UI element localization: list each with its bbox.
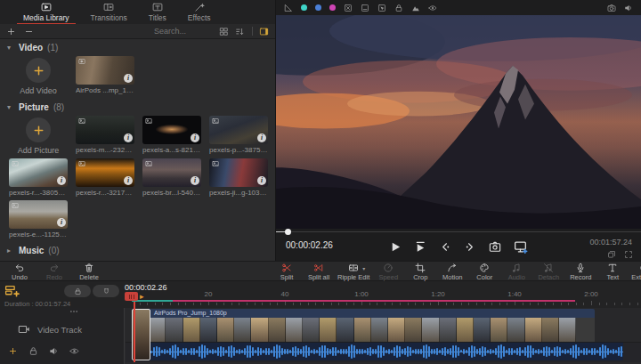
track-menu-icon[interactable] (68, 307, 80, 316)
box-line-icon[interactable] (361, 4, 369, 12)
media-thumbnail[interactable]: i (76, 56, 134, 85)
media-item[interactable]: ipexels-r...-3217363 (76, 158, 134, 197)
tab-titles[interactable]: Titles (138, 0, 177, 24)
media-thumbnail[interactable]: i (209, 116, 268, 144)
tool-speed[interactable]: Speed (373, 263, 403, 281)
next-frame-button[interactable] (464, 240, 477, 254)
tool-extractor[interactable]: Extractor (629, 263, 641, 281)
media-item[interactable]: ipexels-r...-3805688 (9, 158, 68, 197)
track-lock-icon[interactable] (28, 346, 38, 356)
video-editor-window: Media Library Transitions Titles Effects (0, 0, 641, 364)
info-icon[interactable]: i (124, 133, 133, 142)
tool-audio[interactable]: Audio (501, 263, 531, 281)
magenta-dot-icon[interactable] (329, 4, 336, 11)
box-x-icon[interactable] (344, 4, 353, 12)
tab-transitions[interactable]: Transitions (80, 0, 138, 24)
tab-effects[interactable]: Effects (177, 0, 222, 24)
tool-motion[interactable]: Motion (437, 263, 467, 281)
tool-text[interactable]: Text (597, 263, 628, 281)
lock-icon[interactable] (394, 4, 403, 12)
delete-button[interactable]: Delete (74, 263, 104, 281)
mountain-icon[interactable] (411, 4, 420, 12)
timeline-header: Duration : 00:01:57.24 00:00:02.26 20401… (0, 281, 641, 308)
grid-view-icon[interactable] (219, 27, 229, 36)
media-item[interactable]: ipexels-p...-3875821 (209, 116, 268, 155)
playhead-handle[interactable] (125, 292, 138, 301)
fit-screen-icon[interactable] (607, 250, 616, 259)
timeline-clip-audio[interactable] (132, 343, 623, 360)
tool-detach[interactable]: Detach (533, 263, 564, 281)
play-to-end-button[interactable] (414, 240, 427, 254)
sort-icon[interactable] (235, 27, 245, 36)
media-panel: Media Library Transitions Titles Effects (0, 0, 276, 261)
media-item-label: pexels-br...l-5409751 (142, 189, 201, 197)
info-icon[interactable]: i (191, 176, 199, 185)
media-thumbnail[interactable]: i (9, 200, 68, 229)
media-item[interactable]: ipexels-ji...g-1034664 (209, 158, 268, 197)
add-track-plus-icon[interactable] (8, 346, 18, 356)
section-header-music[interactable]: ▸Music(0) (0, 242, 275, 257)
tool-color[interactable]: Color (469, 263, 499, 281)
info-icon[interactable]: i (57, 218, 66, 227)
track-visibility-icon[interactable] (69, 346, 79, 356)
tab-media-library[interactable]: Media Library (12, 0, 80, 24)
search-input[interactable] (152, 26, 213, 36)
info-icon[interactable]: i (191, 133, 199, 142)
timeline-ruler[interactable]: 20401:001:201:402:00 (0, 281, 641, 308)
box-arrow-icon[interactable] (377, 4, 386, 12)
speed-icon (383, 263, 394, 273)
add-to-library-button[interactable] (514, 239, 529, 255)
edit-toolbar: Undo Redo Delete SplitSplit all▾Ripple E… (0, 261, 641, 281)
media-thumbnail[interactable]: i (76, 116, 134, 144)
info-icon[interactable]: i (57, 176, 66, 185)
transport-buttons (389, 239, 529, 255)
info-icon[interactable]: i (257, 133, 266, 142)
info-icon[interactable]: i (257, 176, 266, 185)
clip-poster-frame[interactable] (132, 309, 150, 360)
media-item[interactable]: ipexels-e...-1125359 (9, 200, 68, 239)
info-icon[interactable]: i (124, 176, 133, 185)
camera-icon[interactable] (607, 4, 616, 12)
add-video-button[interactable]: Add Video (9, 56, 68, 95)
media-item[interactable]: ipexels-br...l-5409751 (142, 158, 201, 197)
blue-dot-icon[interactable] (315, 4, 321, 11)
info-icon[interactable]: i (124, 74, 133, 83)
previous-frame-button[interactable] (439, 240, 452, 254)
fullscreen-icon[interactable] (624, 250, 633, 259)
media-item[interactable]: iAirPods ...mp_1080p (76, 56, 134, 95)
media-item[interactable]: ipexels-a...s-821644 (142, 116, 201, 155)
timeline-tracks: Video Track AirPods Pro_Jump_1080p (0, 308, 641, 364)
media-thumbnail[interactable]: i (9, 158, 68, 187)
redo-button[interactable]: Redo (39, 263, 69, 281)
timeline-clip-video[interactable]: AirPods Pro_Jump_1080p (132, 309, 595, 342)
track-mute-icon[interactable] (49, 346, 59, 356)
media-item-label: pexels-ji...g-1034664 (209, 189, 268, 197)
undo-button[interactable]: Undo (4, 263, 35, 281)
media-item[interactable]: ipexels-m...-2326807 (76, 116, 134, 155)
seek-knob[interactable] (285, 229, 291, 235)
eye-icon[interactable] (428, 4, 437, 12)
snapshot-button[interactable] (489, 240, 502, 254)
section-header-video[interactable]: ▾Video(1) (0, 39, 275, 54)
speaker-icon[interactable] (624, 4, 633, 12)
slope-icon[interactable] (284, 4, 293, 12)
add-picture-button[interactable]: Add Picture (9, 116, 68, 155)
add-media-button[interactable] (6, 27, 16, 36)
cyan-dot-icon[interactable] (301, 4, 307, 11)
media-thumbnail[interactable]: i (76, 158, 134, 187)
media-thumbnail[interactable]: i (209, 158, 268, 187)
video-track-header[interactable]: Video Track (18, 323, 82, 336)
play-button[interactable] (389, 240, 402, 254)
tool-label: Split all (308, 273, 329, 281)
remove-media-button[interactable] (24, 27, 34, 36)
section-header-picture[interactable]: ▾Picture(8) (0, 99, 275, 114)
tool-ripple-edit[interactable]: ▾Ripple Edit (336, 263, 371, 281)
media-thumbnail[interactable]: i (142, 158, 201, 187)
tool-crop[interactable]: Crop (405, 263, 435, 281)
media-thumbnail[interactable]: i (142, 116, 201, 144)
preview-seekbar[interactable] (276, 229, 641, 235)
tool-split[interactable]: Split (272, 263, 302, 281)
tool-record[interactable]: Record (565, 263, 596, 281)
tool-split-all[interactable]: Split all (304, 263, 334, 281)
panel-toggle-icon[interactable] (259, 27, 269, 36)
